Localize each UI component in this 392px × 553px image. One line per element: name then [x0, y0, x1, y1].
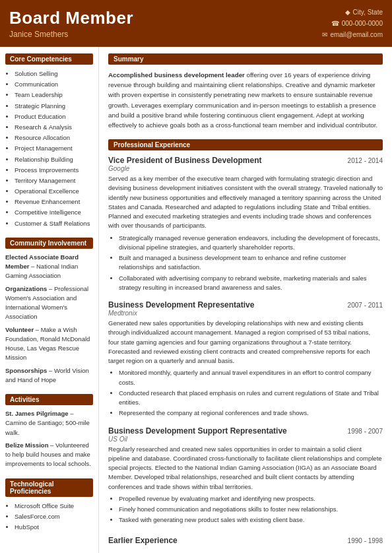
- list-item: Represented the company at regional conf…: [119, 408, 383, 418]
- community-title: Community Involvement: [5, 238, 93, 249]
- list-item: Team Leadership: [15, 90, 93, 100]
- summary-rest: offering over 16 years of experience dri…: [108, 71, 377, 129]
- job-title: Business Development Representative: [108, 300, 254, 309]
- summary-text: Accomplished business development leader…: [108, 70, 383, 130]
- summary-bold: Accomplished business development leader: [108, 71, 245, 79]
- job-header: Earlier Experience 1990 - 1998: [108, 533, 383, 545]
- list-item: Communication: [15, 79, 93, 89]
- contact-phone: ☎ 000-000-0000: [322, 18, 383, 29]
- community-item: Elected Associate Board Member – Nationa…: [5, 253, 93, 281]
- list-item: Solution Selling: [15, 69, 93, 79]
- earlier-experience-entry: Earlier Experience 1990 - 1998: [108, 533, 383, 545]
- job-company: Medtronix: [108, 309, 383, 317]
- page-header: Board Member Janice Smethers ◆ City, Sta…: [0, 0, 392, 47]
- list-item: Relationship Building: [15, 154, 93, 164]
- list-item: Operational Excellence: [15, 186, 93, 196]
- list-item: Finely honed communication and negotiati…: [119, 505, 383, 514]
- header-contact: ◆ City, State ☎ 000-000-0000 ✉ email@ema…: [322, 7, 383, 40]
- sidebar: Core Competencies Solution Selling Commu…: [0, 47, 99, 553]
- community-involvement-section: Community Involvement Elected Associate …: [5, 238, 93, 385]
- list-item: Monitored monthly, quarterly and annual …: [119, 368, 383, 387]
- activity-item: St. James Pilgrimage – Camino de Santiag…: [5, 409, 93, 438]
- contact-location: ◆ City, State: [322, 7, 383, 18]
- job-title: Business Development Support Representat…: [108, 426, 287, 436]
- earlier-dates: 1990 - 1998: [348, 537, 383, 544]
- core-competencies-list: Solution Selling Communication Team Lead…: [5, 69, 93, 228]
- list-item: Product Education: [15, 112, 93, 121]
- job-entry: Vice President of Business Development 2…: [108, 156, 383, 292]
- activity-item: Belize Mission – Volunteered to help bui…: [5, 441, 93, 469]
- community-item: Volunteer – Make a Wish Foundation, Rona…: [5, 325, 93, 363]
- job-bullets: Strategically managed revenue generation…: [108, 234, 383, 293]
- main-content: Summary Accomplished business developmen…: [99, 47, 392, 553]
- list-item: Conducted research that placed emphasis …: [119, 389, 383, 408]
- list-item: Resource Allocation: [15, 133, 93, 143]
- earlier-experience-title: Earlier Experience: [108, 536, 178, 545]
- job-description: Regularly researched and created new sal…: [108, 445, 383, 492]
- tech-section: Technological Proficiencies Microsoft Of…: [5, 478, 93, 533]
- list-item: Built and managed a business development…: [119, 253, 383, 273]
- job-bullets: Monitored monthly, quarterly and annual …: [108, 368, 383, 418]
- list-item: Tasked with generating new product sales…: [119, 515, 383, 525]
- header-subtitle: Janice Smethers: [9, 30, 133, 39]
- job-dates: 2012 - 2014: [348, 157, 383, 164]
- job-title: Vice President of Business Development: [108, 156, 262, 165]
- list-item: Revenue Enhancement: [15, 197, 93, 207]
- list-item: HubSpot: [15, 522, 93, 532]
- list-item: Territory Management: [15, 176, 93, 185]
- experience-section: Professional Experience Vice President o…: [108, 139, 383, 545]
- location-icon: ◆: [345, 7, 350, 18]
- list-item: Process Improvements: [15, 165, 93, 175]
- email-icon: ✉: [322, 29, 327, 40]
- job-entry: Business Development Representative 2007…: [108, 300, 383, 418]
- job-company: Google: [108, 165, 383, 172]
- list-item: Competitive Intelligence: [15, 207, 93, 217]
- list-item: Strategic Planning: [15, 101, 93, 111]
- activities-section: Activities St. James Pilgrimage – Camino…: [5, 394, 93, 469]
- summary-section: Summary Accomplished business developmen…: [108, 53, 383, 130]
- list-item: Propelled revenue by evaluating market a…: [119, 494, 383, 504]
- community-item: Sponsorships – World Vision and Hand of …: [5, 366, 93, 385]
- activities-title: Activities: [5, 394, 93, 405]
- phone-icon: ☎: [331, 18, 339, 29]
- job-header: Business Development Representative 2007…: [108, 300, 383, 309]
- job-entry: Business Development Support Representat…: [108, 426, 383, 525]
- main-layout: Core Competencies Solution Selling Commu…: [0, 47, 392, 553]
- job-description: Served as a key member of the executive …: [108, 174, 383, 231]
- list-item: Research & Analysis: [15, 122, 93, 132]
- job-description: Generated new sales opportunities by dev…: [108, 319, 383, 366]
- job-header: Vice President of Business Development 2…: [108, 156, 383, 165]
- summary-title: Summary: [108, 53, 383, 65]
- community-item: Organizations – Professional Women's Ass…: [5, 284, 93, 322]
- list-item: Microsoft Office Suite: [15, 501, 93, 511]
- core-competencies-section: Core Competencies Solution Selling Commu…: [5, 53, 93, 228]
- header-left: Board Member Janice Smethers: [9, 8, 133, 39]
- list-item: Strategically managed revenue generation…: [119, 234, 383, 253]
- job-dates: 1998 - 2007: [348, 428, 383, 435]
- page-title: Board Member: [9, 8, 133, 28]
- job-dates: 2007 - 2011: [348, 302, 383, 309]
- tech-list: Microsoft Office Suite SalesForce.com Hu…: [5, 501, 93, 533]
- list-item: SalesForce.com: [15, 511, 93, 521]
- contact-email: ✉ email@email.com: [322, 29, 383, 40]
- job-company: US Oil: [108, 436, 383, 443]
- list-item: Customer & Staff Relations: [15, 218, 93, 228]
- job-header: Business Development Support Representat…: [108, 426, 383, 436]
- list-item: Collaborated with advertising company to…: [119, 274, 383, 293]
- core-competencies-title: Core Competencies: [5, 53, 93, 65]
- list-item: Project Management: [15, 143, 93, 153]
- experience-title: Professional Experience: [108, 139, 383, 150]
- tech-title: Technological Proficiencies: [5, 478, 93, 497]
- job-bullets: Propelled revenue by evaluating market a…: [108, 494, 383, 525]
